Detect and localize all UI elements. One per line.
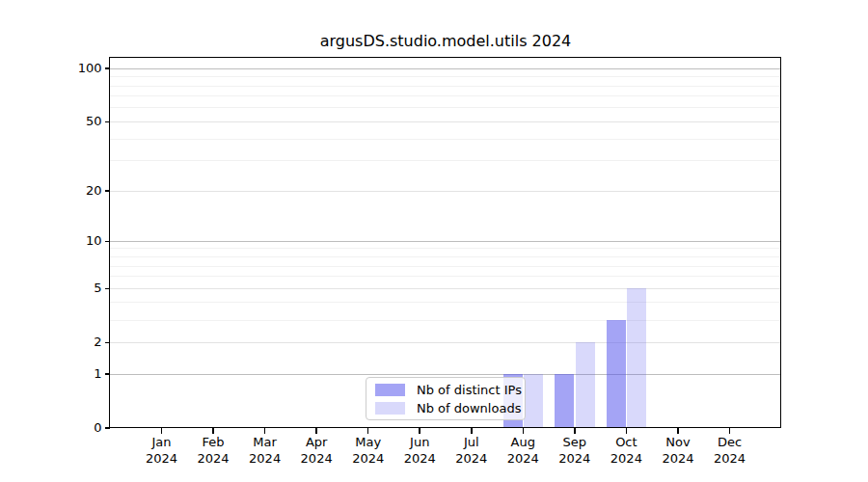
x-tick-label-mar: Mar2024 [238, 435, 292, 467]
major-gridline [110, 191, 781, 192]
minor-gridline [110, 76, 781, 77]
x-tick-mark [264, 428, 266, 434]
major-gridline [110, 68, 781, 69]
legend-label-downloads: Nb of downloads [417, 401, 521, 415]
bar-downloads-aug [524, 374, 543, 428]
x-tick-mark [367, 428, 369, 434]
y-tick-label: 50 [39, 114, 102, 129]
x-tick-label-aug: Aug2024 [496, 435, 550, 467]
y-tick-mark [105, 67, 111, 69]
minor-gridline [110, 256, 781, 257]
x-tick-mark [677, 428, 679, 434]
x-tick-mark [729, 428, 731, 434]
x-tick-label-may: May2024 [341, 435, 395, 467]
x-tick-label-feb: Feb2024 [186, 435, 240, 467]
x-tick-mark [471, 428, 473, 434]
minor-gridline [110, 95, 781, 96]
minor-gridline [110, 276, 781, 277]
x-tick-label-oct: Oct2024 [599, 435, 653, 467]
y-tick-mark [105, 427, 111, 429]
legend-item-downloads: Nb of downloads [375, 401, 517, 415]
y-tick-label: 0 [39, 420, 102, 436]
y-tick-mark [105, 121, 111, 123]
y-tick-label: 20 [39, 183, 102, 199]
minor-gridline [110, 107, 781, 108]
x-tick-mark [626, 428, 628, 434]
x-tick-mark [161, 428, 163, 434]
major-gridline [110, 374, 781, 375]
bar-distinct-ips-oct [607, 320, 626, 428]
minor-gridline [110, 86, 781, 87]
legend-label-distinct-ips: Nb of distinct IPs [417, 383, 522, 397]
major-gridline [110, 342, 781, 343]
y-tick-mark [105, 241, 111, 243]
major-gridline [110, 288, 781, 289]
minor-gridline [110, 139, 781, 140]
major-gridline [110, 121, 781, 122]
x-tick-mark [574, 428, 576, 434]
legend-swatch-distinct-ips [375, 384, 405, 396]
chart-title: argusDS.studio.model.utils 2024 [108, 32, 783, 50]
minor-gridline [110, 266, 781, 267]
x-tick-mark [523, 428, 525, 434]
y-tick-mark [105, 288, 111, 290]
plot-area-frame [109, 57, 782, 429]
y-tick-label: 10 [39, 233, 102, 249]
x-tick-label-apr: Apr2024 [289, 435, 343, 467]
x-tick-label-nov: Nov2024 [651, 435, 705, 467]
major-gridline [110, 241, 781, 242]
x-tick-mark [315, 428, 317, 434]
y-tick-mark [105, 190, 111, 192]
x-tick-label-sep: Sep2024 [548, 435, 602, 467]
x-tick-mark [212, 428, 214, 434]
y-tick-label: 2 [39, 335, 102, 350]
legend-swatch-downloads [375, 402, 405, 415]
minor-gridline [110, 160, 781, 161]
minor-gridline [110, 320, 781, 321]
legend: Nb of distinct IPs Nb of downloads [366, 377, 526, 420]
y-tick-mark [105, 342, 111, 344]
y-tick-label: 5 [39, 281, 102, 296]
y-tick-mark [105, 373, 111, 375]
minor-gridline [110, 248, 781, 249]
y-tick-label: 1 [39, 366, 102, 382]
bar-distinct-ips-sep [555, 374, 574, 428]
x-tick-mark [419, 428, 420, 434]
x-tick-label-jul: Jul2024 [445, 435, 499, 467]
x-tick-label-jun: Jun2024 [393, 435, 447, 467]
x-tick-label-dec: Dec2024 [702, 435, 756, 467]
chart-figure: argusDS.studio.model.utils 2024 01251020… [0, 0, 868, 482]
bar-downloads-oct [627, 288, 646, 428]
y-tick-label: 100 [39, 61, 102, 76]
legend-item-distinct-ips: Nb of distinct IPs [375, 383, 517, 397]
minor-gridline [110, 302, 781, 303]
bar-downloads-sep [576, 342, 595, 428]
x-tick-label-jan: Jan2024 [135, 435, 189, 467]
